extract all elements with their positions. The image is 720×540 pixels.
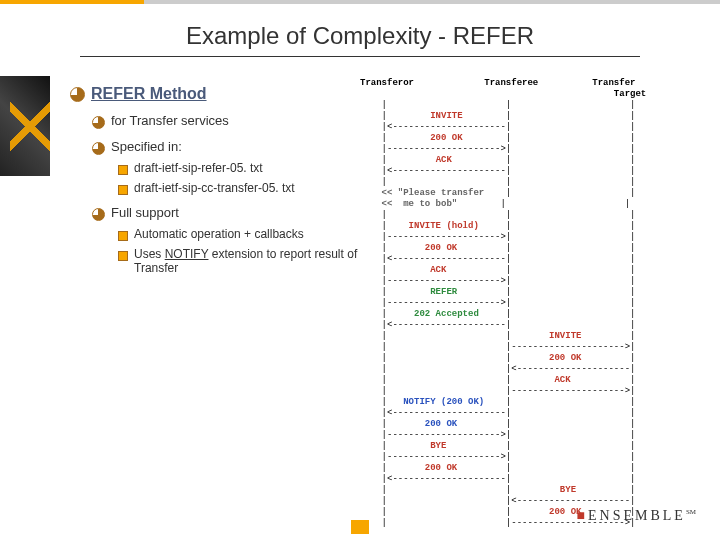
bullet-draft-refer: draft-ietf-sip-refer-05. txt (134, 161, 263, 175)
slide-title: Example of Complexity - REFER (0, 22, 720, 50)
msg-ack: ACK (430, 265, 446, 275)
msg-prompt1: << "Please transfer (382, 188, 485, 198)
bullet-content: REFER Method for Transfer services Speci… (70, 85, 360, 279)
msg-200ok: 200 OK (549, 353, 581, 363)
bullet-specified-in: Specified in: (111, 139, 182, 154)
square-bullet-icon (118, 165, 128, 175)
notify-link-text: NOTIFY (165, 247, 209, 261)
col-transferor: Transferor (360, 78, 414, 88)
side-arrow-graphic (0, 76, 50, 176)
bullet-refer-method: REFER Method (91, 85, 207, 103)
msg-200ok: 200 OK (430, 133, 462, 143)
msg-invite: INVITE (430, 111, 462, 121)
msg-200ok: 200 OK (425, 419, 457, 429)
footer-accent-icon (351, 520, 369, 534)
msg-ack: ACK (554, 375, 570, 385)
msg-invite: INVITE (549, 331, 581, 341)
msg-200ok: 200 OK (425, 463, 457, 473)
msg-ack: ACK (436, 155, 452, 165)
clock-bullet-icon (92, 142, 105, 155)
bullet-transfer-services: for Transfer services (111, 113, 229, 128)
text: Uses (134, 247, 165, 261)
square-bullet-icon (118, 185, 128, 195)
msg-202: 202 Accepted (414, 309, 479, 319)
ensemble-logo: ■ENSEMBLESM (577, 508, 696, 524)
clock-bullet-icon (70, 87, 85, 102)
accent-bar (0, 0, 720, 4)
msg-bye: BYE (430, 441, 446, 451)
square-bullet-icon (118, 251, 128, 261)
bullet-automatic-callbacks: Automatic operation + callbacks (134, 227, 304, 241)
bullet-full-support: Full support (111, 205, 179, 220)
bullet-notify-extension: Uses NOTIFY extension to report result o… (134, 247, 360, 275)
msg-bye: BYE (560, 485, 576, 495)
square-bullet-icon (118, 231, 128, 241)
title-rule (80, 56, 640, 57)
bullet-draft-cc-transfer: draft-ietf-sip-cc-transfer-05. txt (134, 181, 295, 195)
msg-prompt2: << me to bob" (382, 199, 458, 209)
clock-bullet-icon (92, 116, 105, 129)
msg-refer: REFER (430, 287, 457, 297)
col-transferee: Transferee (484, 78, 538, 88)
sip-flow-diagram: Transferor Transferee Transfer Target | … (360, 78, 705, 529)
logo-text: ENSEMBLE (588, 508, 686, 523)
msg-200ok: 200 OK (425, 243, 457, 253)
msg-invite-hold: INVITE (hold) (409, 221, 479, 231)
clock-bullet-icon (92, 208, 105, 221)
msg-notify: NOTIFY (200 OK) (403, 397, 484, 407)
